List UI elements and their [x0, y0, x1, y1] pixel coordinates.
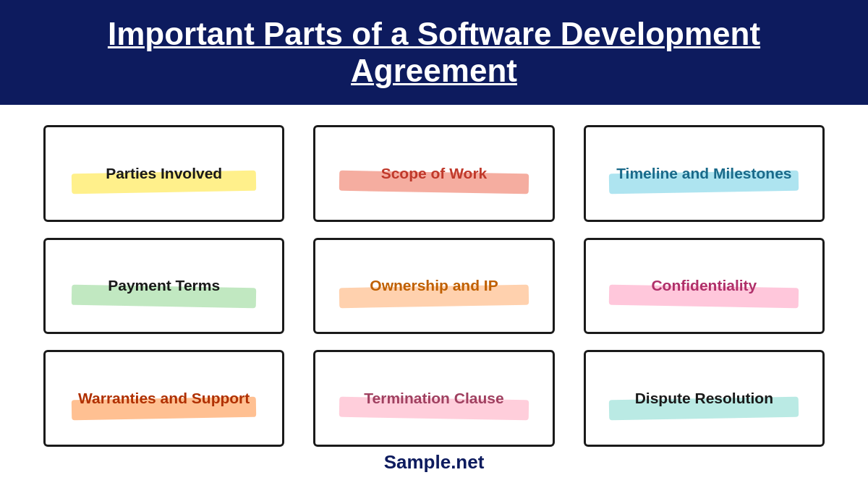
card-payment-terms: Payment Terms: [43, 238, 284, 335]
page-title: Important Parts of a Software Developmen…: [43, 16, 825, 89]
card-parties-involved: Parties Involved: [43, 125, 284, 222]
card-label-termination-clause: Termination Clause: [354, 383, 514, 414]
card-label-confidentiality: Confidentiality: [641, 270, 767, 301]
header: Important Parts of a Software Developmen…: [0, 0, 868, 105]
card-label-ownership-ip: Ownership and IP: [359, 270, 508, 301]
card-label-scope-of-work: Scope of Work: [371, 158, 498, 189]
card-dispute-resolution: Dispute Resolution: [584, 350, 825, 447]
card-label-dispute-resolution: Dispute Resolution: [625, 383, 783, 414]
card-ownership-ip: Ownership and IP: [313, 238, 554, 335]
card-warranties-support: Warranties and Support: [43, 350, 284, 447]
card-label-payment-terms: Payment Terms: [98, 270, 230, 301]
card-label-parties-involved: Parties Involved: [95, 158, 232, 189]
card-confidentiality: Confidentiality: [584, 238, 825, 335]
card-termination-clause: Termination Clause: [313, 350, 554, 447]
footer-label: Sample.net: [384, 447, 485, 481]
card-scope-of-work: Scope of Work: [313, 125, 554, 222]
card-label-timeline-milestones: Timeline and Milestones: [606, 158, 801, 189]
main-content: Parties Involved Scope of Work Timeline …: [0, 105, 868, 488]
card-label-warranties-support: Warranties and Support: [68, 383, 260, 414]
card-grid: Parties Involved Scope of Work Timeline …: [43, 125, 825, 447]
card-timeline-milestones: Timeline and Milestones: [584, 125, 825, 222]
